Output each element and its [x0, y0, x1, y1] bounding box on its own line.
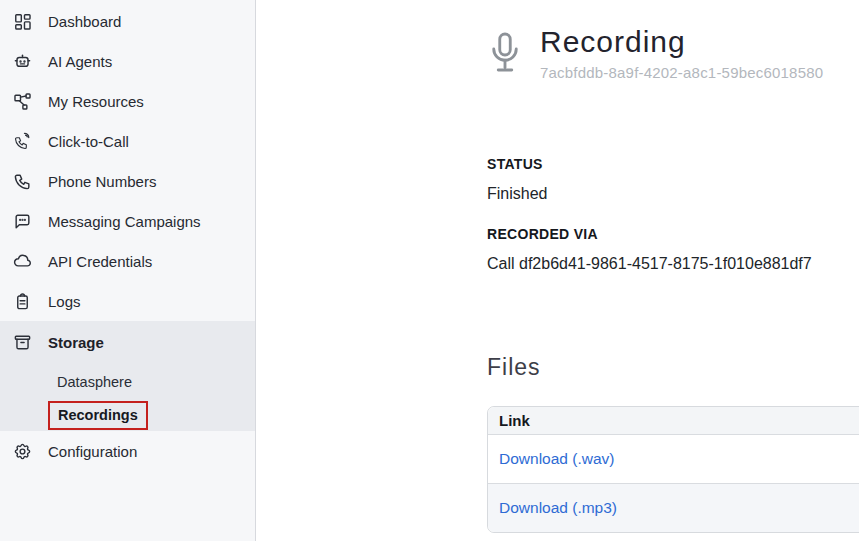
sidebar-subitem-datasphere[interactable]: Datasphere — [0, 363, 255, 400]
table-row: Download (.mp3) — [488, 483, 859, 532]
sidebar-item-label: Dashboard — [48, 13, 121, 30]
robot-icon — [13, 52, 32, 71]
sidebar-item-click-to-call[interactable]: Click-to-Call — [0, 121, 255, 161]
sidebar-item-dashboard[interactable]: Dashboard — [0, 1, 255, 41]
files-heading: Files — [487, 354, 859, 381]
sidebar-item-label: Configuration — [48, 443, 137, 460]
sidebar-item-ai-agents[interactable]: AI Agents — [0, 41, 255, 81]
main-content: Recording 7acbfddb-8a9f-4202-a8c1-59bec6… — [256, 0, 859, 541]
archive-box-icon — [13, 333, 32, 352]
sidebar-item-label: My Resources — [48, 93, 144, 110]
sidebar-item-phone-numbers[interactable]: Phone Numbers — [0, 161, 255, 201]
page-title: Recording — [540, 25, 823, 59]
table-row: Download (.wav) — [488, 434, 859, 483]
sidebar-subitem-recordings[interactable]: Recordings — [0, 400, 255, 431]
sidebar-item-messaging-campaigns[interactable]: Messaging Campaigns — [0, 201, 255, 241]
status-label: STATUS — [487, 156, 859, 172]
detail-fields: STATUS Finished RECORDED VIA Call df2b6d… — [487, 156, 859, 273]
phone-waves-icon — [13, 132, 32, 151]
sidebar-item-my-resources[interactable]: My Resources — [0, 81, 255, 121]
sidebar: Dashboard AI Agents My Resources Click-t… — [0, 0, 256, 541]
cloud-icon — [13, 252, 32, 271]
sidebar-item-label: Logs — [48, 293, 81, 310]
annotation-highlight-box: Recordings — [48, 401, 148, 430]
status-value: Finished — [487, 185, 859, 203]
sidebar-item-label: Storage — [48, 334, 104, 351]
gear-icon — [13, 442, 32, 461]
sidebar-item-logs[interactable]: Logs — [0, 281, 255, 321]
table-header-row: Link — [488, 407, 859, 434]
download-mp3-link[interactable]: Download (.mp3) — [499, 499, 617, 516]
files-table: Link Download (.wav) Download (.mp3) — [487, 406, 859, 533]
clipboard-icon — [13, 292, 32, 311]
dashboard-icon — [13, 12, 32, 31]
sidebar-item-storage[interactable]: Storage — [0, 321, 255, 363]
page-header: Recording 7acbfddb-8a9f-4202-a8c1-59bec6… — [487, 25, 859, 87]
sidebar-item-api-credentials[interactable]: API Credentials — [0, 241, 255, 281]
recorded-via-field: RECORDED VIA Call df2b6d41-9861-4517-817… — [487, 226, 859, 273]
recorded-via-value: Call df2b6d41-9861-4517-8175-1f010e881df… — [487, 255, 859, 273]
microphone-icon — [487, 27, 523, 87]
sidebar-item-label: Phone Numbers — [48, 173, 156, 190]
sidebar-item-label: AI Agents — [48, 53, 112, 70]
status-field: STATUS Finished — [487, 156, 859, 203]
sidebar-item-configuration[interactable]: Configuration — [0, 431, 255, 471]
phone-icon — [13, 172, 32, 191]
sidebar-item-label: API Credentials — [48, 253, 152, 270]
sidebar-item-label: Messaging Campaigns — [48, 213, 201, 230]
sidebar-subitem-label: Datasphere — [57, 374, 132, 390]
column-header-link: Link — [488, 407, 859, 434]
recorded-via-label: RECORDED VIA — [487, 226, 859, 242]
sidebar-item-label: Click-to-Call — [48, 133, 129, 150]
app-window: Dashboard AI Agents My Resources Click-t… — [0, 0, 859, 541]
resources-graph-icon — [13, 92, 32, 111]
message-dots-icon — [13, 212, 32, 231]
download-wav-link[interactable]: Download (.wav) — [499, 450, 614, 467]
sidebar-subitem-label: Recordings — [58, 407, 138, 423]
storage-group: Storage Datasphere Recordings — [0, 321, 255, 431]
recording-id: 7acbfddb-8a9f-4202-a8c1-59bec6018580 — [540, 64, 823, 81]
